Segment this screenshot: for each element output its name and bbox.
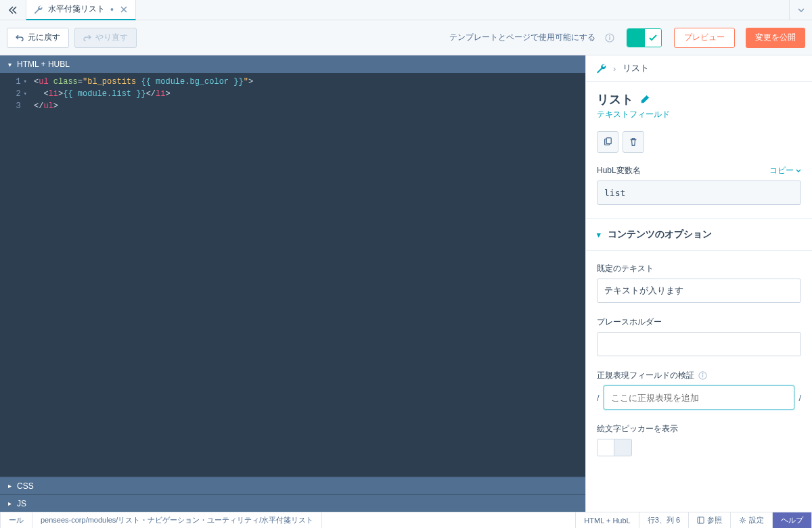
redo-button: やり直す (74, 28, 137, 48)
section-css-label: CSS (17, 481, 34, 491)
code-editor[interactable]: 1▾ 2▾ 3▾ <ul class="bl_postits {{ module… (0, 73, 585, 477)
chevron-right-icon: ▸ (8, 482, 12, 489)
emoji-toggle[interactable] (597, 439, 801, 456)
file-path: pensees-corp/modules/リスト・ナビゲーション・ユーティリティ… (32, 512, 322, 528)
properties-panel: › リスト リスト テキストフィールド (585, 55, 812, 512)
chevron-down-icon: ▾ (8, 61, 12, 68)
svg-point-10 (742, 519, 744, 522)
breadcrumb-current: リスト (623, 62, 649, 74)
svg-point-6 (702, 373, 704, 375)
check-icon (645, 29, 661, 47)
section-js[interactable]: ▸ JS (0, 494, 585, 512)
preview-button[interactable]: プレビュー (674, 28, 735, 48)
file-tab[interactable]: 水平付箋リスト • (26, 0, 136, 20)
trash-icon (629, 137, 638, 147)
regex-label: 正規表現フィールドの検証 (597, 370, 694, 381)
copy-icon (603, 137, 612, 147)
availability-toggle[interactable] (627, 28, 662, 47)
chevron-down-icon (796, 169, 801, 172)
publish-button[interactable]: 変更を公開 (746, 28, 805, 48)
content-options-label: コンテンツのオプション (608, 229, 712, 241)
undo-label: 元に戻す (28, 32, 60, 43)
section-html[interactable]: ▾ HTML + HUBL (0, 55, 585, 73)
default-text-input[interactable] (597, 279, 801, 303)
field-type-link[interactable]: テキストフィールド (597, 110, 670, 119)
tab-bar: 水平付箋リスト • (0, 0, 812, 20)
svg-rect-2 (609, 37, 610, 40)
regex-input[interactable] (604, 385, 795, 410)
svg-point-1 (609, 35, 610, 37)
content-options-accordion[interactable]: ▾ コンテンツのオプション (586, 218, 812, 251)
svg-rect-8 (698, 517, 704, 523)
gutter: 1▾ 2▾ 3▾ (0, 73, 31, 477)
section-css[interactable]: ▸ CSS (0, 477, 585, 494)
tab-dropdown[interactable] (789, 0, 812, 20)
status-lang: HTML + HubL (575, 512, 639, 528)
undo-button[interactable]: 元に戻す (7, 28, 69, 48)
info-icon[interactable] (698, 371, 707, 380)
breadcrumb: › リスト (586, 55, 812, 82)
redo-label: やり直す (95, 32, 128, 43)
wrench-icon (33, 5, 43, 14)
copy-field-button[interactable] (597, 131, 618, 153)
edit-icon[interactable] (640, 95, 650, 104)
info-icon[interactable] (605, 33, 614, 43)
regex-slash: / (798, 393, 801, 403)
wrench-icon[interactable] (595, 63, 606, 74)
delete-field-button[interactable] (623, 131, 644, 153)
regex-slash: / (597, 393, 600, 403)
cursor-position: 行3、列 6 (639, 512, 689, 528)
svg-rect-7 (702, 375, 703, 378)
tab-title: 水平付箋リスト (48, 3, 105, 15)
chevron-right-icon: ▸ (8, 500, 12, 507)
redo-icon (83, 34, 91, 41)
copy-dropdown[interactable]: コピー (769, 165, 801, 176)
undo-icon (16, 34, 24, 41)
code-area[interactable]: <ul class="bl_postits {{ module.bg_color… (31, 73, 585, 477)
availability-label: テンプレートとページで使用可能にする (449, 32, 595, 43)
settings-button[interactable]: 設定 (731, 512, 773, 528)
reference-button[interactable]: 参照 (689, 512, 731, 528)
editor-pane: ▾ HTML + HUBL 1▾ 2▾ 3▾ <ul class="bl_pos… (0, 55, 585, 512)
collapse-sidebar-button[interactable] (0, 0, 26, 20)
placeholder-label: プレースホルダー (597, 316, 801, 328)
hubl-var-input[interactable] (597, 181, 801, 205)
status-bar: ール pensees-corp/modules/リスト・ナビゲーション・ユーティ… (0, 512, 812, 528)
close-tab-button[interactable] (119, 6, 129, 13)
section-js-label: JS (17, 499, 26, 508)
chevron-down-icon: ▾ (597, 231, 601, 239)
default-text-label: 既定のテキスト (597, 263, 801, 274)
toolbar: 元に戻す やり直す テンプレートとページで使用可能にする プレビュー 変更を公開 (0, 20, 812, 55)
emoji-label: 絵文字ピッカーを表示 (597, 423, 801, 435)
hubl-var-label: HubL変数名 (597, 165, 641, 176)
section-html-label: HTML + HUBL (17, 59, 70, 69)
book-icon (697, 517, 704, 524)
placeholder-input[interactable] (597, 332, 801, 356)
gear-icon (739, 517, 746, 524)
svg-rect-4 (606, 138, 611, 144)
status-left-trunc: ール (0, 512, 32, 528)
help-button[interactable]: ヘルプ (773, 512, 812, 528)
chevron-right-icon: › (613, 64, 616, 74)
field-title: リスト (597, 91, 633, 107)
